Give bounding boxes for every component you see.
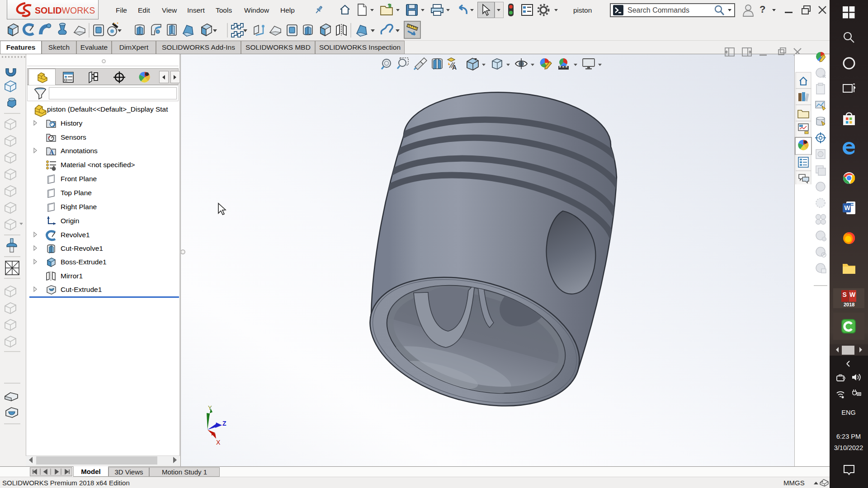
svg-text:W: W [844,204,851,211]
svg-text:Origin: Origin [61,217,79,225]
svg-text:A: A [49,149,54,156]
svg-text:Cut-Revolve1: Cut-Revolve1 [61,244,103,252]
svg-text:Annotations: Annotations [61,147,98,155]
svg-text:Material <not specified>: Material <not specified> [61,161,135,169]
svg-text:2018: 2018 [844,302,854,307]
svg-text:Cut-Extrude1: Cut-Extrude1 [61,286,102,293]
svg-text:Top Plane: Top Plane [61,189,92,197]
svg-text:Boss-Extrude1: Boss-Extrude1 [61,258,107,266]
svg-text:3/10/2022: 3/10/2022 [834,444,863,451]
svg-text:Front Plane: Front Plane [61,175,97,183]
svg-text:Z: Z [222,420,226,427]
svg-text:S: S [843,291,847,298]
svg-text:Right Plane: Right Plane [61,203,97,211]
svg-text:piston (Default<<Default>_Dis: piston (Default<<Default>_Display Stat [47,105,168,113]
svg-text:Sensors: Sensors [61,133,86,141]
svg-text:X: X [216,439,221,446]
svg-text:History: History [61,119,82,127]
svg-text:6:23 PM: 6:23 PM [836,433,861,440]
svg-text:Y: Y [208,404,212,411]
svg-text:Mirror1: Mirror1 [61,272,83,280]
svg-text:W: W [849,291,856,298]
svg-text:Revolve1: Revolve1 [61,231,90,239]
svg-text:ENG: ENG [841,409,855,416]
